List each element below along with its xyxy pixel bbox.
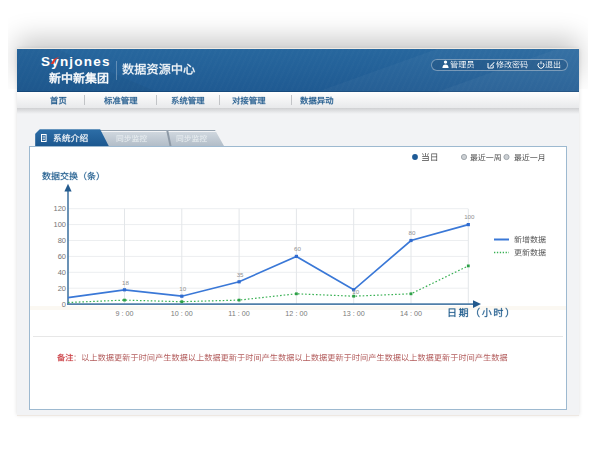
svg-text:60: 60 xyxy=(58,252,66,261)
svg-text:10 : 00: 10 : 00 xyxy=(171,309,193,318)
svg-text:60: 60 xyxy=(294,245,301,252)
svg-text:20: 20 xyxy=(58,284,66,293)
svg-text:120: 120 xyxy=(53,204,66,213)
svg-text:14 : 00: 14 : 00 xyxy=(400,309,422,318)
svg-text:80: 80 xyxy=(58,236,66,245)
svg-text:11 : 00: 11 : 00 xyxy=(228,309,250,318)
svg-text:9 : 00: 9 : 00 xyxy=(115,309,133,318)
svg-text:12 : 00: 12 : 00 xyxy=(285,309,307,318)
svg-text:35: 35 xyxy=(237,271,244,278)
svg-text:0: 0 xyxy=(62,300,66,309)
svg-text:80: 80 xyxy=(409,229,416,236)
svg-text:100: 100 xyxy=(53,220,66,229)
svg-text:40: 40 xyxy=(58,268,66,277)
svg-text:100: 100 xyxy=(464,213,475,220)
svg-text:13 : 00: 13 : 00 xyxy=(343,309,365,318)
svg-text:10: 10 xyxy=(352,288,359,295)
svg-text:10: 10 xyxy=(179,285,186,292)
svg-text:18: 18 xyxy=(122,279,129,286)
